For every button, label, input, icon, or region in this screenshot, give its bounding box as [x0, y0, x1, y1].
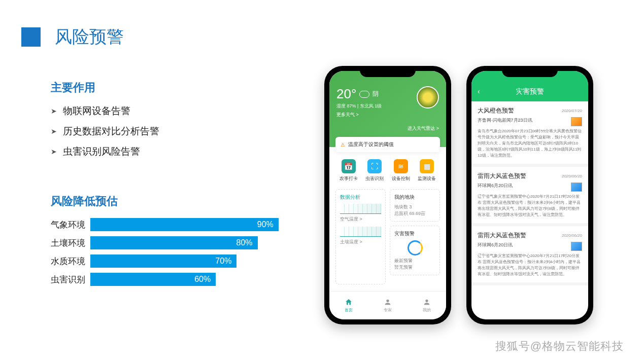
plot-area: 总面积 69.69亩 — [394, 210, 435, 217]
bullet-text: 虫害识别风险告警 — [63, 145, 140, 158]
warning-source: 环球网6月20日讯 — [478, 183, 513, 192]
nav-title: 灾害预警 — [516, 87, 544, 96]
svg-point-0 — [386, 300, 389, 302]
avatar[interactable] — [417, 86, 439, 108]
tab-mine[interactable]: 我的 — [423, 298, 431, 313]
warning-list-item[interactable]: 大风橙色预警2020/07/20 齐鲁网·闪电新闻7月23日讯 青岛市气象台20… — [471, 101, 588, 167]
home-icon — [345, 298, 353, 306]
refresh-icon — [408, 240, 423, 256]
grid-icon: ▦ — [420, 159, 434, 173]
alert-banner[interactable]: 温度高于设置的阈值 — [335, 137, 440, 152]
user-icon — [384, 298, 392, 306]
bar-label: 气象环境 — [51, 219, 90, 231]
bar-row: 虫害识别 60% — [51, 273, 299, 286]
icon-device-control[interactable]: ≋设备控制 — [392, 159, 410, 182]
temperature-value: 20° — [336, 86, 356, 102]
bottom-tab-bar: 首页 专家 我的 — [329, 291, 446, 319]
warning-list-item[interactable]: 雷雨大风蓝色预警2020/06/20 环球网6月20日讯 辽宁省气象灾害监测预警… — [471, 167, 588, 226]
icon-pest-detect[interactable]: ⛶虫害识别 — [365, 159, 384, 182]
tab-home[interactable]: 首页 — [345, 298, 353, 313]
warning-date: 2020/06/20 — [562, 233, 582, 238]
bar-value: 70% — [90, 255, 236, 268]
icon-label: 监测设备 — [418, 176, 436, 181]
card-title: 数据分析 — [340, 194, 381, 201]
no-warning-label: 暂无预警 — [394, 264, 435, 271]
icon-farm-checkin[interactable]: 📅农事打卡 — [340, 159, 358, 182]
bullet-text: 物联网设备告警 — [63, 104, 130, 118]
watermark: 搜狐号@格物云智能科技 — [495, 339, 624, 354]
chevron-right-icon: ➤ — [51, 127, 57, 135]
bullet-text: 历史数据对比分析告警 — [63, 125, 159, 138]
sparkline-icon — [340, 204, 381, 214]
radar-link[interactable]: 进入天气雷达 > — [408, 125, 439, 132]
warning-date: 2020/07/20 — [562, 108, 582, 113]
warning-level-icon — [571, 117, 582, 126]
air-temp-link: 空气温度 > — [340, 216, 381, 223]
card-title: 灾害预警 — [394, 230, 435, 237]
bar-label: 土壤环境 — [51, 237, 90, 249]
warning-source: 齐鲁网·闪电新闻7月23日讯 — [478, 117, 532, 126]
warning-body: 辽宁省气象灾害监测预警中心2020年7月21日17时20分发布 雷雨大风蓝色预警… — [478, 194, 582, 218]
tab-expert[interactable]: 专家 — [384, 298, 392, 313]
signal-icon: ≋ — [394, 159, 408, 173]
warning-level-icon — [571, 183, 582, 192]
card-my-plots[interactable]: 我的地块 地块数 3 总面积 69.69亩 — [390, 189, 440, 222]
risk-bar-chart: 气象环境 90% 土壤环境 80% 水质环境 70% 虫害识别 60% — [51, 218, 299, 286]
bar-row: 水质环境 70% — [51, 255, 299, 268]
soil-temp-link: 土壤温度 > — [340, 239, 381, 245]
warning-level-icon — [571, 242, 582, 251]
bar-row: 土壤环境 80% — [51, 236, 299, 249]
phone-notch — [360, 66, 416, 77]
bar-label: 虫害识别 — [51, 274, 90, 285]
chevron-right-icon: ➤ — [51, 107, 57, 115]
phone-mockup-home: 20°阴 湿度 87% | 东北风 1级 更多天气 > 进入天气雷达 > 温度高… — [324, 66, 451, 324]
phone-notch — [502, 66, 558, 77]
page-title: 风险预警 — [55, 25, 124, 49]
weather-condition: 阴 — [372, 90, 379, 98]
back-button[interactable]: ‹ — [478, 87, 480, 95]
cloud-icon — [359, 91, 369, 98]
warning-body: 青岛市气象台2020年07月23日06时55分将大风黄色预警信号升级为大风橙色预… — [478, 128, 582, 159]
warning-body: 辽宁省气象灾害监测预警中心2020年7月21日17时20分发布 雷雨大风蓝色预警… — [478, 253, 582, 277]
tab-label: 我的 — [423, 308, 431, 312]
icon-label: 设备控制 — [392, 176, 410, 181]
warning-list-item[interactable]: 雷雨大风蓝色预警2020/06/20 环球网6月20日讯 辽宁省气象灾害监测预警… — [471, 226, 588, 285]
bar-value: 80% — [90, 236, 258, 249]
header-accent-bar — [21, 27, 41, 47]
card-data-analysis[interactable]: 数据分析 空气温度 > 土壤温度 > — [335, 189, 386, 284]
tab-label: 首页 — [345, 308, 353, 312]
more-weather-link[interactable]: 更多天气 > — [336, 112, 439, 118]
card-disaster-warning[interactable]: 灾害预警 最新预警 暂无预警 — [390, 226, 440, 275]
card-title: 我的地块 — [394, 194, 435, 201]
profile-icon — [423, 298, 431, 306]
bar-label: 水质环境 — [51, 256, 90, 267]
bar-row: 气象环境 90% — [51, 218, 299, 231]
bar-value: 60% — [90, 273, 216, 286]
tab-label: 专家 — [384, 308, 392, 312]
alert-text: 温度高于设置的阈值 — [348, 141, 394, 148]
warning-title: 雷雨大风蓝色预警 — [478, 172, 526, 180]
calendar-icon: 📅 — [342, 159, 356, 173]
warning-date: 2020/06/20 — [562, 174, 582, 178]
icon-monitor-device[interactable]: ▦监测设备 — [418, 159, 436, 182]
latest-warning-label: 最新预警 — [394, 258, 435, 264]
phone-mockup-warnings: ‹ 灾害预警 大风橙色预警2020/07/20 齐鲁网·闪电新闻7月23日讯 青… — [466, 66, 593, 324]
scan-icon: ⛶ — [367, 159, 382, 173]
bar-value: 90% — [90, 218, 279, 231]
sparkline-icon — [340, 227, 381, 237]
plot-count: 地块数 3 — [394, 204, 435, 210]
chevron-right-icon: ➤ — [51, 148, 57, 156]
warning-source: 环球网6月20日讯 — [478, 242, 513, 251]
weather-header: 20°阴 湿度 87% | 东北风 1级 更多天气 > 进入天气雷达 > — [329, 71, 446, 147]
warning-title: 大风橙色预警 — [478, 106, 514, 115]
icon-label: 虫害识别 — [365, 176, 384, 181]
icon-label: 农事打卡 — [340, 176, 358, 181]
svg-point-1 — [425, 300, 428, 302]
warning-title: 雷雨大风蓝色预警 — [478, 231, 526, 240]
